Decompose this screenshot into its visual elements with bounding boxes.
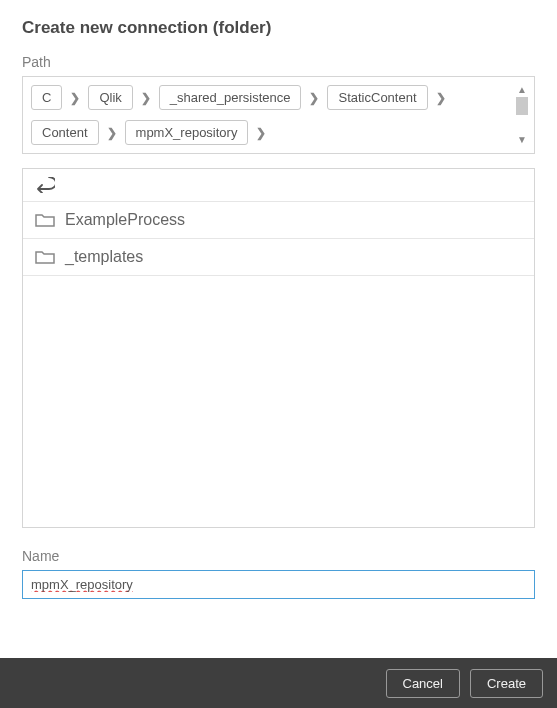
path-crumb[interactable]: StaticContent xyxy=(327,85,427,110)
dialog-title: Create new connection (folder) xyxy=(22,18,535,38)
path-breadcrumbs: C ❯ Qlik ❯ _shared_persistence ❯ StaticC… xyxy=(31,85,510,145)
folder-name: ExampleProcess xyxy=(65,211,185,229)
cancel-button[interactable]: Cancel xyxy=(386,669,460,698)
dialog-footer: Cancel Create xyxy=(0,658,557,708)
back-button[interactable] xyxy=(23,169,534,202)
back-arrow-icon xyxy=(35,177,55,193)
folder-item[interactable]: ExampleProcess xyxy=(23,202,534,239)
name-input[interactable] xyxy=(22,570,535,599)
chevron-right-icon: ❯ xyxy=(105,126,119,140)
folder-item[interactable]: _templates xyxy=(23,239,534,276)
name-label: Name xyxy=(22,548,535,564)
scroll-thumb[interactable] xyxy=(516,97,528,115)
create-connection-dialog: Create new connection (folder) Path C ❯ … xyxy=(0,0,557,599)
path-label: Path xyxy=(22,54,535,70)
folder-name: _templates xyxy=(65,248,143,266)
scroll-down-icon[interactable]: ▼ xyxy=(517,135,527,145)
path-breadcrumb-box: C ❯ Qlik ❯ _shared_persistence ❯ StaticC… xyxy=(22,76,535,154)
create-button[interactable]: Create xyxy=(470,669,543,698)
chevron-right-icon: ❯ xyxy=(68,91,82,105)
path-crumb[interactable]: Content xyxy=(31,120,99,145)
path-crumb[interactable]: C xyxy=(31,85,62,110)
chevron-right-icon: ❯ xyxy=(307,91,321,105)
scroll-up-icon[interactable]: ▲ xyxy=(517,85,527,95)
chevron-right-icon: ❯ xyxy=(434,91,448,105)
chevron-right-icon: ❯ xyxy=(139,91,153,105)
folder-list: ExampleProcess _templates xyxy=(22,168,535,528)
path-crumb[interactable]: mpmX_repository xyxy=(125,120,249,145)
path-scrollbar[interactable]: ▲ ▼ xyxy=(514,85,530,145)
chevron-right-icon: ❯ xyxy=(254,126,268,140)
path-crumb[interactable]: _shared_persistence xyxy=(159,85,302,110)
folder-icon xyxy=(35,249,55,265)
folder-icon xyxy=(35,212,55,228)
path-crumb[interactable]: Qlik xyxy=(88,85,132,110)
name-section: Name xyxy=(22,548,535,599)
